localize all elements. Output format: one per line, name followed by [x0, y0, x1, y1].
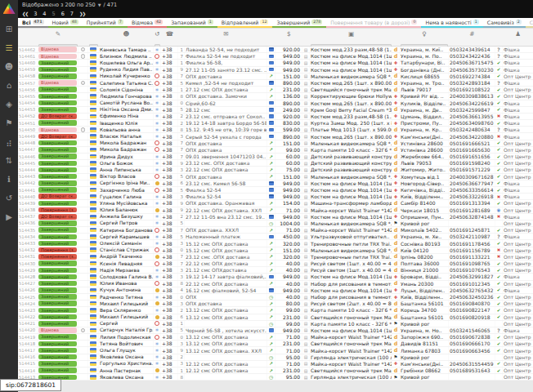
call-status-icon[interactable] [154, 334, 161, 340]
call-status-icon[interactable] [154, 114, 161, 119]
tracking-icon[interactable]: # [449, 29, 495, 39]
call-status-icon[interactable] [154, 374, 161, 380]
table-row[interactable]: 514435 Завершений i Катерина Богданова +… [18, 227, 533, 234]
table-row[interactable]: 514416 Завершений i Яковлева Оксана +38 … [18, 354, 533, 361]
call-status-icon[interactable] [154, 240, 161, 246]
call-status-icon[interactable] [154, 180, 161, 186]
call-status-icon[interactable] [154, 74, 161, 79]
table-row[interactable]: 514455 Завершений i Людмила Гончарова +3… [18, 93, 533, 100]
call-status-icon[interactable] [154, 341, 161, 346]
page-7-button[interactable]: 7 [70, 11, 74, 17]
announce-icon[interactable]: ⚑ [0, 114, 18, 132]
table-row[interactable]: 514420 Відмова i Ситарчук Наталія Гр.. +… [18, 327, 533, 334]
tab-відправлений[interactable]: Відправлений12 [217, 18, 273, 28]
last-page-button[interactable]: ❯❯ [79, 11, 85, 16]
dashboard-icon[interactable]: ⊞ [0, 20, 18, 38]
call-status-icon[interactable] [154, 281, 161, 287]
table-row[interactable]: 514450 Відмова i Ковальова анна +38 8 15… [18, 127, 533, 133]
call-status-icon[interactable] [154, 120, 161, 126]
table-row[interactable]: 514423 Завершений i Вера Скляренко +38 2… [18, 307, 533, 314]
clients-icon[interactable]: ☻ [99, 29, 154, 39]
call-status-icon[interactable] [154, 127, 161, 132]
call-status-icon[interactable] [154, 200, 161, 206]
table-row[interactable]: 514425 Завершений i Радченко Тетяна +38 … [18, 294, 533, 301]
table-row[interactable]: 514439 Завершений i Уляна Мусійовська +3… [18, 200, 533, 207]
call-status-icon[interactable] [154, 174, 161, 180]
table-row[interactable]: 514442 Завершений i Сергієнко Іріна Ми..… [18, 180, 533, 187]
table-row[interactable]: 514438 Повернення (з.. i Юлия Баланюк +3… [18, 207, 533, 214]
table-row[interactable]: 514417 Завершений i Ольга Глущук +38 9 1… [18, 347, 533, 354]
products-icon[interactable]: ◈ [0, 95, 18, 114]
call-status-icon[interactable] [154, 107, 161, 113]
status-icon[interactable]: ✎ [38, 29, 78, 39]
call-status-icon[interactable] [154, 307, 161, 313]
call-status-icon[interactable] [154, 220, 161, 226]
shop-icon[interactable]: ⌂ [0, 76, 18, 95]
call-status-icon[interactable] [154, 361, 161, 367]
call-status-icon[interactable] [154, 354, 161, 360]
call-status-icon[interactable] [154, 261, 161, 266]
table-row[interactable]: 514431 Повернення (з.. i Андрій Ткаченко… [18, 254, 533, 261]
tab-завершений[interactable]: Завершений278 [272, 18, 326, 28]
stats-icon[interactable]: ⣴ [0, 132, 18, 151]
call-status-icon[interactable] [154, 347, 161, 353]
call-status-icon[interactable] [154, 234, 161, 239]
call-status-icon[interactable] [154, 87, 161, 92]
call-status-icon[interactable] [154, 80, 161, 86]
table-row[interactable]: 514421 Завершений i Сергей +38 1 99.00 К… [18, 321, 533, 327]
comment-icon[interactable]: ✉ [185, 29, 267, 39]
tab-повернення-товару-в-дорозі-[interactable]: Повернення товару (в дорозі)0 [326, 18, 421, 28]
table-row[interactable]: 514427 Завершений i Юлия Иванова +38 8 2… [18, 281, 533, 287]
table-row[interactable]: 514437 ДО Возврат ск.. i Анжела Безушку … [18, 214, 533, 220]
table-row[interactable]: 514432 Повернення (з.. i Станіслав Стриж… [18, 247, 533, 254]
table-row[interactable]: 514414 Завершений i Анна Пастернак +38 1… [18, 368, 533, 374]
table-row[interactable]: 514451 Завершений i Іващенко Юлія +38 2 … [18, 120, 533, 127]
call-status-icon[interactable] [154, 267, 161, 273]
call-status-icon[interactable] [154, 287, 161, 293]
call-status-icon[interactable] [154, 254, 161, 260]
table-row[interactable]: 514419 Завершений i Лилия Подолинская +3… [18, 334, 533, 341]
call-status-icon[interactable] [154, 147, 161, 153]
sliders-icon[interactable]: ⇅ [0, 151, 18, 170]
table-row[interactable]: 514430 Завершений i Ксенія Левадняя +38 … [18, 261, 533, 267]
table-row[interactable]: 514457 Відмова i Салепина Татьяна С.. +3… [18, 80, 533, 87]
table-row[interactable]: 514448 Завершений i Микола Бадражан +38 … [18, 140, 533, 147]
call-status-icon[interactable] [154, 227, 161, 233]
table-row[interactable]: 514444 Завершений i Анна Липенська +38 3… [18, 167, 533, 173]
call-status-icon[interactable] [154, 301, 161, 306]
call-status-icon[interactable] [154, 247, 161, 253]
call-status-icon[interactable] [154, 53, 161, 59]
tab-прийнятий[interactable]: Прийнятий7 [83, 18, 128, 28]
tab-нема-в-наявності[interactable]: Нема в наявності1 [421, 18, 482, 28]
tab-запакований[interactable]: Запакований1 [167, 18, 217, 28]
call-status-icon[interactable] [154, 294, 161, 300]
table-row[interactable]: 514436 Завершений i Сергей Петров +38 5 … [18, 220, 533, 227]
call-status-icon[interactable] [154, 93, 161, 99]
money-icon[interactable]: $ [275, 29, 302, 39]
table-row[interactable]: 514440 ДО Возврат ск.. i Гуцалюк Галина … [18, 194, 533, 200]
table-row[interactable]: 514446 Завершений i Ирина Дидух +38 7 09… [18, 154, 533, 160]
call-status-icon[interactable] [154, 321, 161, 327]
product-icon[interactable]: ▣ [310, 29, 392, 39]
table-row[interactable]: 514454 Завершений i Самотій Руслана Во..… [18, 100, 533, 107]
table-row[interactable]: 514449 ДО Возврат ск.. i Власюк Наталья … [18, 133, 533, 140]
table-row[interactable]: 514422 Завершений i Михаил Гилецький +38… [18, 314, 533, 321]
clients-icon[interactable]: ☻ [0, 57, 18, 76]
info-icon[interactable]: ℹ [0, 170, 18, 189]
page-6-button[interactable]: 6 [61, 11, 65, 17]
tab-самовивіз[interactable]: Самовивіз2 [483, 18, 526, 28]
table-row[interactable]: 514456 Завершений i Соломія Сідоніна +38… [18, 87, 533, 93]
table-row[interactable]: 514426 Завершений i Кучук Антонина +38 4… [18, 287, 533, 294]
call-status-icon[interactable] [154, 194, 161, 199]
table-row[interactable]: 514445 Завершений i Ольга Божок +38 9 23… [18, 160, 533, 167]
table-row[interactable]: 514415 Завершений i Горгулько Христина..… [18, 361, 533, 368]
tab-новий[interactable]: Новий48 [48, 18, 83, 28]
page-3-button[interactable]: 3 [34, 11, 37, 17]
call-status-icon[interactable] [154, 327, 161, 333]
table-row[interactable]: 514447 Завершений i Микола Бадражан +38 … [18, 147, 533, 154]
call-status-icon[interactable] [154, 207, 161, 213]
table-row[interactable]: 514418 Завершений i Тетяна Войтович +38 … [18, 341, 533, 347]
table-row[interactable]: 514443 Завершений i Віктор Власов +38 5 … [18, 174, 533, 180]
call-status-icon[interactable] [154, 100, 161, 106]
table-row[interactable]: 514424 Завершений i Михаил Гилецький +38… [18, 301, 533, 307]
